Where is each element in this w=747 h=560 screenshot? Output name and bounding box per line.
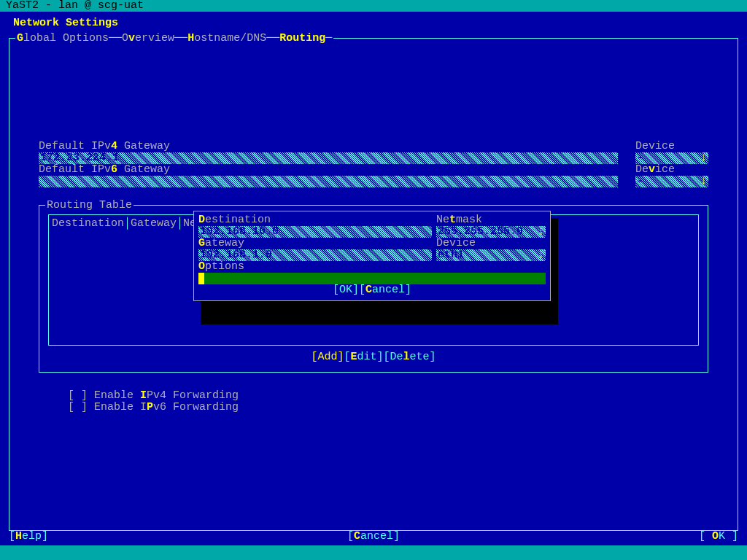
tab-overview[interactable]: Overview [122, 32, 174, 44]
dialog-netmask-label: Netmask [436, 214, 546, 226]
tab-global-options[interactable]: Global Options [17, 32, 109, 44]
tab-routing[interactable]: Routing [279, 32, 325, 44]
dialog-destination-input[interactable]: 192.168.10.0 [198, 226, 432, 238]
routing-table-label: Routing Table [45, 200, 133, 211]
routing-table-frame: Routing Table Destination│Gateway│Net De… [39, 205, 708, 373]
dialog-netmask-dropdown[interactable]: 255.255.255.0↓ [436, 226, 546, 238]
dialog-options-input[interactable] [198, 273, 546, 284]
tab-row: Global Options──Overview──Hostname/DNS──… [15, 33, 333, 44]
help-button[interactable]: [Help] [9, 531, 48, 542]
default-ipv4-gateway-label: Default IPv4 Gateway [39, 141, 618, 152]
default-ipv6-gateway-input[interactable] [39, 176, 618, 187]
dialog-options-label: Options [198, 261, 546, 273]
dialog-device-label: Device [436, 238, 546, 249]
page-title: Network Settings [0, 12, 747, 29]
routing-table: Destination│Gateway│Net Destination 192.… [48, 214, 699, 346]
route-entry-dialog: Destination 192.168.10.0 Netmask 255.255… [193, 211, 551, 301]
window-titlebar: YaST2 - lan @ scg-uat [0, 0, 747, 12]
add-button[interactable]: [Add] [311, 351, 344, 363]
tab-hostname-dns[interactable]: Hostname/DNS [187, 32, 266, 44]
ipv4-device-label: Device [635, 141, 708, 152]
dialog-gateway-label: Gateway [198, 238, 436, 249]
text-cursor-icon [198, 273, 204, 284]
bottom-border [0, 545, 747, 560]
default-ipv6-gateway-label: Default IPv6 Gateway [39, 164, 618, 176]
main-frame: Global Options──Overview──Hostname/DNS──… [9, 38, 738, 531]
enable-ipv6-forwarding-checkbox[interactable]: [ ] Enable IPv6 Forwarding [39, 402, 708, 413]
dialog-cancel-button[interactable]: [Cancel] [359, 284, 411, 296]
delete-button[interactable]: [Delete] [384, 351, 436, 363]
ipv6-device-label: Device [635, 164, 708, 176]
default-ipv4-gateway-input[interactable]: 172.23.224.1 [39, 152, 618, 164]
ok-button[interactable]: [ OK ] [699, 531, 738, 542]
ipv4-device-dropdown[interactable]: -↓ [635, 152, 708, 164]
enable-ipv4-forwarding-checkbox[interactable]: [ ] Enable IPv4 Forwarding [39, 390, 708, 402]
bottom-bar: [Help] [Cancel] [ OK ] [9, 531, 738, 542]
dialog-ok-button[interactable]: [OK] [333, 284, 359, 296]
cancel-button[interactable]: [Cancel] [347, 531, 400, 542]
ipv6-device-dropdown[interactable]: -↓ [635, 176, 708, 187]
dialog-device-dropdown[interactable]: eth1↓ [436, 249, 546, 261]
dialog-destination-label: Destination [198, 214, 436, 226]
edit-button[interactable]: [Edit] [344, 351, 383, 363]
dialog-gateway-input[interactable]: 192.168.1.0 [198, 249, 432, 261]
